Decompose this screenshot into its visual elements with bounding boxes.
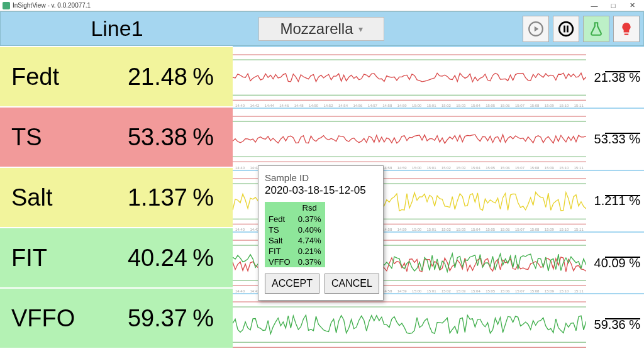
rsd-value: 0.21%: [294, 246, 325, 257]
bulb-icon: [618, 21, 635, 37]
metric-value: 21.48: [106, 64, 187, 91]
metric-row-salt: Salt1.137%: [0, 167, 233, 227]
metric-unit: %: [187, 245, 219, 272]
product-select[interactable]: Mozzarella ▾: [258, 17, 384, 41]
pause-button[interactable]: [553, 16, 579, 42]
app-icon: [3, 2, 10, 9]
metric-value: 1.137: [106, 184, 187, 211]
accept-button[interactable]: ACCEPT: [265, 274, 319, 294]
metric-value: 59.37: [106, 305, 187, 332]
svg-rect-3: [567, 25, 569, 32]
close-button[interactable]: ✕: [623, 1, 641, 9]
metric-label: VFFO: [11, 305, 106, 332]
cancel-button[interactable]: CANCEL: [325, 274, 379, 294]
metric-label: TS: [11, 124, 106, 151]
metric-value: 40.24: [106, 245, 187, 272]
chevron-down-icon: ▾: [358, 24, 363, 34]
chart-area[interactable]: 14:4014:4214:4414:4614:4814:5014:5214:54…: [233, 294, 586, 349]
metric-row-fedt: Fedt21.48%: [0, 46, 233, 106]
metric-label: FIT: [11, 245, 106, 272]
chart-area[interactable]: 14:4014:4214:4414:4614:4814:5014:5214:54…: [233, 47, 586, 108]
rsd-table: Rsd Fedt0.37%TS0.40%Salt4.74%FIT0.21%VFF…: [265, 202, 325, 267]
svg-point-1: [559, 22, 573, 36]
chart-area[interactable]: 14:4014:4214:4414:4614:4814:5014:5214:54…: [233, 109, 586, 169]
minimize-button[interactable]: —: [585, 2, 604, 9]
metric-average: 40.09 %: [586, 233, 644, 293]
window-titlebar: InSightView - v. 0.0.20077.1 — □ ✕: [0, 0, 644, 11]
metric-row-ts: TS53.38%: [0, 106, 233, 167]
metric-unit: %: [187, 305, 219, 332]
play-icon: [528, 21, 544, 37]
maximize-button[interactable]: □: [604, 2, 623, 9]
rsd-name: TS: [265, 224, 294, 235]
product-name: Mozzarella: [280, 20, 353, 38]
rsd-row: FIT0.21%: [265, 246, 325, 257]
metric-row-vffo: VFFO59.37%: [0, 287, 233, 348]
chart-row-vffo: 14:4014:4214:4414:4614:4814:5014:5214:54…: [233, 293, 644, 349]
svg-rect-2: [564, 25, 565, 32]
play-button[interactable]: [523, 16, 549, 42]
window-title: InSightView - v. 0.0.20077.1: [13, 2, 91, 9]
rsd-name: FIT: [265, 246, 294, 257]
lab-button[interactable]: [583, 16, 609, 42]
alert-button[interactable]: [613, 16, 640, 42]
metric-label: Fedt: [11, 64, 106, 91]
metric-row-fit: FIT40.24%: [0, 227, 233, 287]
line-title: Line1: [1, 16, 233, 41]
rsd-header: Rsd: [294, 202, 325, 214]
metrics-panel: Fedt21.48%TS53.38%Salt1.137%FIT40.24%VFF…: [0, 46, 233, 348]
pause-icon: [558, 21, 574, 37]
metric-average: 21.38 %: [586, 47, 644, 108]
metric-unit: %: [187, 124, 219, 151]
rsd-row: Salt4.74%: [265, 235, 325, 246]
metric-label: Salt: [11, 184, 106, 211]
metric-value: 53.38: [106, 124, 187, 151]
metric-unit: %: [187, 184, 219, 211]
metric-average: 59.36 %: [586, 294, 644, 349]
rsd-row: Fedt0.37%: [265, 214, 325, 224]
sample-id-value: 2020-03-18-15-12-05: [265, 184, 377, 197]
main-area: Fedt21.48%TS53.38%Salt1.137%FIT40.24%VFF…: [0, 46, 644, 348]
metric-average: 53.33 %: [586, 109, 644, 169]
rsd-value: 0.40%: [294, 224, 325, 235]
metric-average: 1.211 %: [586, 171, 644, 231]
rsd-value: 0.37%: [294, 214, 325, 224]
chart-row-ts: 14:4014:4214:4414:4614:4814:5014:5214:54…: [233, 108, 644, 169]
sample-id-label: Sample ID: [265, 172, 377, 183]
rsd-name: Salt: [265, 235, 294, 246]
rsd-name: Fedt: [265, 214, 294, 224]
rsd-name: VFFO: [265, 257, 294, 267]
flask-icon: [588, 21, 604, 37]
rsd-row: VFFO0.37%: [265, 257, 325, 267]
chart-row-fedt: 14:4014:4214:4414:4614:4814:5014:5214:54…: [233, 46, 644, 108]
header-bar: Line1 Mozzarella ▾: [0, 11, 644, 46]
rsd-value: 4.74%: [294, 235, 325, 246]
rsd-row: TS0.40%: [265, 224, 325, 235]
rsd-value: 0.37%: [294, 257, 325, 267]
sample-dialog: Sample ID 2020-03-18-15-12-05 Rsd Fedt0.…: [258, 165, 384, 301]
metric-unit: %: [187, 64, 219, 91]
